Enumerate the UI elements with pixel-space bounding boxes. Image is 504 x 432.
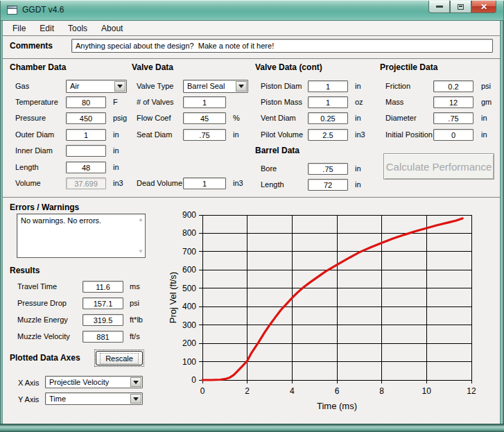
errors-title: Errors / Warnings [10,202,79,212]
section-title-chamber: Chamber Data [10,62,66,72]
label-muzzle-energy: Muzzle Energy [17,316,68,324]
unit-volume: in3 [113,179,123,187]
label-gas: Gas [15,82,29,90]
unit-vent-diam: in [355,114,361,122]
svg-text:300: 300 [182,320,196,330]
separator [3,58,500,59]
label-proj-mass: Mass [385,98,403,106]
initial-position-input[interactable] [433,129,473,141]
combo-arrow-icon[interactable] [114,81,125,92]
svg-text:10: 10 [422,386,432,396]
svg-text:6: 6 [335,386,340,396]
menu-about[interactable]: About [94,22,130,35]
gas-select[interactable]: Air [66,80,127,93]
unit-inner-diam: in [113,146,119,155]
comments-input[interactable] [71,39,493,53]
calculate-performance-button[interactable]: Calculate Performance [383,153,494,180]
plotted-axes-title: Plotted Data Axes [10,353,80,363]
window-border-left [0,21,3,432]
piston-diam-input[interactable] [308,80,348,92]
svg-text:12: 12 [467,386,476,396]
menu-tools[interactable]: Tools [61,22,94,35]
muzzle-velocity-output [82,331,123,343]
dead-volume-input[interactable] [183,178,226,189]
vent-diam-input[interactable] [308,112,348,124]
svg-text:100: 100 [182,357,196,367]
label-barrel-length: Length [261,180,284,189]
menu-file[interactable]: File [6,22,33,35]
proj-mass-input[interactable] [433,96,473,108]
close-button[interactable]: ✕ [471,1,496,13]
inner-diam-input[interactable] [66,145,106,157]
label-friction: Friction [385,82,410,90]
minimize-button[interactable] [428,1,450,13]
outer-diam-input[interactable] [66,129,106,141]
combo-arrow-icon[interactable] [130,394,141,404]
label-outer-diam: Outer Diam [15,130,54,139]
combo-arrow-icon[interactable] [236,81,247,92]
label-pressure: Pressure [15,114,46,122]
window-border-bottom [0,424,504,432]
svg-text:2: 2 [245,386,250,396]
scroll-down-icon[interactable]: ▼ [138,249,144,254]
combo-arrow-icon[interactable] [130,377,141,387]
x-axis-select[interactable]: Projectile Velocity [45,376,143,388]
restore-button[interactable] [450,1,471,13]
label-bore: Bore [261,164,277,173]
friction-input[interactable] [433,80,473,92]
label-initial-position: Initial Position [385,130,433,139]
pressure-drop-output [82,297,123,309]
svg-text:500: 500 [182,284,196,293]
flow-coef-input[interactable] [183,112,226,124]
bore-input[interactable] [308,163,348,175]
close-icon: ✕ [480,3,487,11]
menu-bar: File Edit Tools About [3,21,500,35]
unit-outer-diam: in [113,130,119,139]
pressure-input[interactable] [66,112,106,124]
svg-text:Proj Vel (ft/s): Proj Vel (ft/s) [168,272,178,323]
muzzle-energy-output [82,314,123,326]
proj-diameter-input[interactable] [433,112,473,124]
errors-textarea[interactable]: No warnings. No errors. ▲ ▼ [17,214,146,258]
temperature-input[interactable] [66,96,106,108]
label-temperature: Temperature [15,98,58,106]
label-volume: Volume [15,179,41,187]
label-flow-coef: Flow Coef [137,114,171,122]
unit-travel-time: ms [130,282,140,291]
unit-muzzle-velocity: ft/s [130,332,140,340]
svg-text:4: 4 [290,386,295,396]
scroll-up-icon[interactable]: ▲ [138,217,144,223]
rescale-button[interactable]: Rescale [96,351,143,365]
label-proj-diameter: Diameter [385,114,417,122]
label-inner-diam: Inner Diam [15,146,53,155]
chamber-length-input[interactable] [66,162,106,173]
unit-muzzle-energy: ft*lb [130,316,143,324]
svg-text:700: 700 [182,247,196,257]
y-axis-select[interactable]: Time [45,392,143,405]
volume-output [66,178,106,189]
label-seat-diam: Seat Diam [137,130,172,139]
unit-piston-mass: oz [355,98,363,106]
svg-text:8: 8 [379,386,384,396]
unit-seat-diam: in [233,130,239,139]
unit-friction: psi [481,82,491,90]
piston-mass-input[interactable] [308,96,348,108]
unit-piston-diam: in [355,82,361,90]
section-title-projectile: Projectile Data [380,62,437,72]
svg-text:800: 800 [182,228,196,238]
label-piston-diam: Piston Diam [261,82,302,90]
restore-icon [458,4,464,10]
seat-diam-input[interactable] [183,129,226,141]
svg-text:900: 900 [182,210,196,220]
barrel-length-input[interactable] [308,179,348,191]
label-vent-diam: Vent Diam [261,114,296,122]
menu-edit[interactable]: Edit [33,22,61,35]
pilot-volume-input[interactable] [308,129,348,141]
title-bar[interactable]: GGDT v4.6 ✕ [0,0,504,21]
num-valves-input[interactable] [183,96,226,108]
section-title-valve-cont: Valve Data (cont) [255,62,322,72]
label-num-valves: # of Valves [137,98,174,106]
valve-type-select[interactable]: Barrel Seal [183,80,248,93]
svg-text:Time (ms): Time (ms) [317,401,357,411]
svg-text:0: 0 [191,375,196,385]
